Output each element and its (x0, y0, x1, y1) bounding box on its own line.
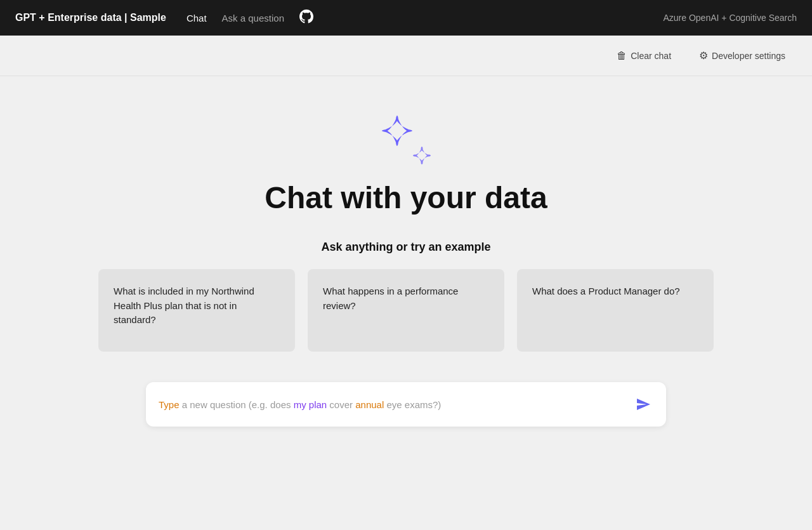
clear-chat-label: Clear chat (631, 51, 671, 61)
placeholder-end: eye exams?) (386, 399, 441, 410)
developer-settings-button[interactable]: ⚙ Developer settings (693, 46, 792, 65)
nav-link-ask-question[interactable]: Ask a question (222, 13, 284, 23)
subtitle: Ask anything or try an example (321, 241, 490, 254)
example-card-3-text: What does a Product Manager do? (532, 284, 680, 299)
clear-chat-button[interactable]: 🗑 Clear chat (610, 46, 678, 65)
sparkle-large-icon (381, 114, 414, 147)
placeholder-annual: annual (355, 399, 384, 410)
send-icon (636, 397, 651, 412)
example-card-1-text: What is included in my Northwind Health … (114, 284, 280, 328)
navbar-left: GPT + Enterprise data | Sample Chat Ask … (15, 10, 313, 27)
placeholder-type: Type (159, 399, 180, 410)
navbar-right: Azure OpenAI + Cognitive Search (663, 13, 797, 23)
example-card-2[interactable]: What happens in a performance review? (308, 269, 504, 352)
placeholder-middle: a new question (e.g. does (182, 399, 294, 410)
navbar: GPT + Enterprise data | Sample Chat Ask … (0, 0, 812, 36)
github-icon[interactable] (299, 10, 313, 27)
page-title: Chat with your data (265, 180, 547, 215)
example-card-2-text: What happens in a performance review? (323, 284, 489, 313)
sparkle-container (381, 114, 431, 165)
send-button[interactable] (633, 394, 653, 414)
main-content: Chat with your data Ask anything or try … (0, 76, 812, 427)
sparkle-small-icon (412, 146, 431, 165)
placeholder-cover: cover (329, 399, 355, 410)
sub-header: 🗑 Clear chat ⚙ Developer settings (0, 36, 812, 76)
example-cards-container: What is included in my Northwind Health … (98, 269, 714, 352)
chat-input-container: Type a new question (e.g. does my plan c… (146, 382, 666, 427)
developer-settings-label: Developer settings (712, 51, 785, 61)
placeholder-my: my (294, 399, 306, 410)
gear-icon: ⚙ (699, 50, 708, 62)
navbar-brand: GPT + Enterprise data | Sample (15, 12, 166, 23)
example-card-1[interactable]: What is included in my Northwind Health … (98, 269, 295, 352)
navbar-links: Chat Ask a question (187, 10, 313, 27)
trash-icon: 🗑 (617, 50, 627, 62)
chat-input-placeholder: Type a new question (e.g. does my plan c… (159, 399, 633, 410)
placeholder-plan: plan (309, 399, 327, 410)
nav-link-chat[interactable]: Chat (187, 13, 207, 23)
example-card-3[interactable]: What does a Product Manager do? (517, 269, 714, 352)
